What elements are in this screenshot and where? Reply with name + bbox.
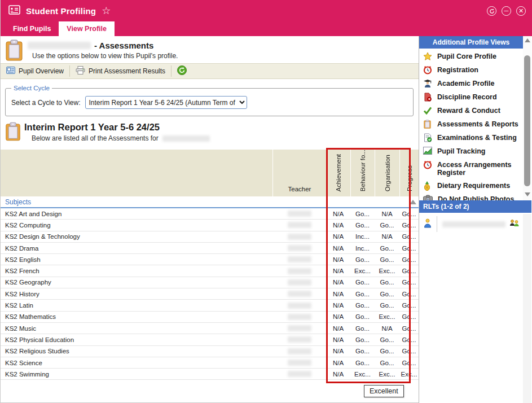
star-icon: [423, 52, 432, 61]
sidebar-item-pupil-core-profile[interactable]: Pupil Core Profile: [419, 50, 523, 63]
assessment-value-cell: Go...: [399, 291, 419, 297]
teacher-cell: [272, 268, 326, 274]
table-row[interactable]: KS2 EnglishN/AGo...Go...Go...: [1, 254, 419, 265]
assessment-value-cell: N/A: [326, 325, 350, 332]
favourite-star-icon[interactable]: ☆: [102, 6, 111, 16]
sidebar-item-reward-conduct[interactable]: Reward & Conduct: [419, 104, 523, 117]
assessment-value-cell: Go...: [399, 211, 419, 217]
table-row[interactable]: KS2 Art and DesignN/AGo...N/AGo...: [1, 208, 419, 220]
assessment-value-cell: Go...: [399, 348, 419, 354]
redacted-teacher-code: [288, 279, 311, 286]
table-row[interactable]: KS2 Design & TechnologyN/AInc...N/AGo...: [1, 231, 419, 243]
rlts-header: RLTs (1-2 of 2): [419, 200, 531, 213]
sidebar-item-registration[interactable]: Registration: [419, 63, 523, 77]
sidebar-item-access-arrangements-register[interactable]: Access Arrangements Register: [419, 158, 523, 179]
table-scroll-up-icon[interactable]: [410, 200, 416, 204]
table-row[interactable]: KS2 ScienceN/AGo...Go...Go...: [1, 357, 419, 369]
redacted-teacher-code: [288, 245, 311, 251]
rlt-list-item[interactable]: [419, 214, 531, 234]
subject-cell: KS2 Computing: [1, 222, 272, 229]
sidebar-item-dietary-requirements[interactable]: Dietary Requirements: [419, 179, 523, 192]
table-row[interactable]: KS2 ComputingN/AGo...Go...Go...: [1, 220, 419, 231]
assessment-value-cell: N/A: [326, 268, 350, 274]
sidebar-item-label: Examinations & Testing: [437, 133, 517, 142]
sidebar-scrollbar[interactable]: [523, 36, 531, 200]
subject-cell: KS2 Physical Education: [1, 336, 272, 343]
teacher-cell: [272, 360, 326, 366]
table-row[interactable]: KS2 HistoryN/AGo...Go...Go...: [1, 288, 419, 300]
sidebar-item-examinations-testing[interactable]: Examinations & Testing: [419, 131, 523, 144]
sidebar-item-label: Reward & Conduct: [437, 106, 500, 115]
print-assessment-results-button[interactable]: Print Assessment Results: [70, 64, 171, 78]
scroll-down-icon[interactable]: [525, 192, 530, 196]
table-row[interactable]: KS2 GeographyN/AGo...Go...Go...: [1, 277, 419, 288]
assessment-table: Teacher AchievementBehaviour fo...Organi…: [1, 150, 419, 380]
pupil-overview-button[interactable]: Pupil Overview: [1, 64, 69, 78]
redacted-teacher-code: [288, 303, 311, 309]
table-row[interactable]: KS2 SwimmingN/AExc...Exc...Exc...: [1, 369, 419, 380]
sidebar-item-label: Dietary Requirements: [437, 181, 510, 190]
refresh-results-button[interactable]: [172, 64, 192, 78]
assessment-value-cell: N/A: [326, 371, 350, 378]
teacher-cell: [272, 303, 326, 309]
sidebar-item-assessments-reports[interactable]: Assessments & Reports: [419, 117, 523, 131]
clipboard-icon: [5, 122, 21, 143]
assessment-value-cell: N/A: [326, 245, 350, 252]
table-row[interactable]: KS2 MathematicsN/AGo...Exc...Go...: [1, 312, 419, 323]
assessment-value-cell: Exc...: [375, 268, 399, 274]
assessment-value-cell: N/A: [326, 313, 350, 320]
clipboard-icon: [5, 40, 23, 63]
cycle-select[interactable]: Interim Report 1 Year 5-6 24/25 (Autumn …: [85, 96, 247, 109]
subject-cell: KS2 Art and Design: [1, 211, 272, 217]
table-row[interactable]: KS2 Religious StudiesN/AGo...Go...Go...: [1, 346, 419, 357]
close-window-icon[interactable]: ✕: [516, 6, 526, 16]
redacted-teacher-code: [288, 222, 311, 228]
assessment-column-header: Progress: [399, 150, 419, 196]
select-cycle-fieldset: Select Cycle Select a Cycle to View: Int…: [5, 85, 414, 116]
tab-view-profile[interactable]: View Profile: [59, 21, 115, 36]
assessment-value-cell: N/A: [326, 291, 350, 297]
assessment-value-cell: Go...: [350, 325, 375, 332]
subject-cell: KS2 Design & Technology: [1, 233, 272, 240]
sidebar-item-pupil-tracking[interactable]: Pupil Tracking: [419, 144, 523, 158]
table-row[interactable]: KS2 LatinN/AGo...Go...Go...: [1, 300, 419, 311]
subjects-label-row: Subjects: [1, 196, 419, 208]
redacted-teacher-code: [288, 234, 311, 240]
teacher-cell: [272, 325, 326, 331]
table-row[interactable]: KS2 MusicN/AGo...N/AGo...: [1, 323, 419, 334]
sidebar-item-discipline-record[interactable]: Discipline Record: [419, 90, 523, 104]
refresh-window-icon[interactable]: [487, 6, 496, 16]
assessment-value-cell: Go...: [399, 302, 419, 309]
table-row[interactable]: KS2 Physical EducationN/AGo...Go...Go...: [1, 334, 419, 345]
redacted-pupil-name: [162, 135, 210, 142]
sidebar-header: Additional Profile Views: [419, 36, 523, 49]
sidebar-item-label: Assessments & Reports: [437, 120, 518, 128]
assessment-value-cell: Go...: [399, 256, 419, 263]
assessment-value-cell: Go...: [375, 222, 399, 229]
table-header: Teacher AchievementBehaviour fo...Organi…: [1, 150, 419, 196]
minimize-window-icon[interactable]: ─: [502, 6, 511, 16]
assessment-value-cell: Go...: [399, 233, 419, 240]
id-card-icon: [8, 5, 20, 17]
table-row[interactable]: KS2 DramaN/AInc...Go...Go...: [1, 243, 419, 254]
assessment-value-cell: Go...: [350, 211, 375, 217]
tab-find-pupils[interactable]: Find Pupils: [5, 21, 59, 36]
sidebar-item-academic-profile[interactable]: Academic Profile: [419, 77, 523, 90]
table-row[interactable]: KS2 FrenchN/AExc...Exc...Go...: [1, 265, 419, 277]
subject-cell: KS2 Swimming: [1, 371, 272, 378]
sidebar-scroll-track[interactable]: [523, 214, 531, 403]
student-profiling-window: Student Profiling ☆ ─ ✕ Find Pupils View…: [0, 0, 532, 403]
sidebar-item-label: Pupil Core Profile: [437, 52, 496, 60]
teacher-column-header: Teacher: [272, 150, 326, 196]
sidebar-item-label: Access Arrangements Register: [437, 160, 523, 177]
teacher-cell: [272, 314, 326, 320]
select-cycle-label: Select a Cycle to View:: [11, 99, 81, 107]
scroll-up-icon[interactable]: [525, 38, 530, 42]
green-check-icon: [423, 106, 432, 115]
sidebar-item-label: Pupil Tracking: [437, 147, 485, 155]
alarm-clock-icon: [423, 160, 432, 169]
assessment-value-cell: Go...: [375, 348, 399, 354]
scrollbar-thumb[interactable]: [524, 55, 530, 186]
select-cycle-legend: Select Cycle: [11, 85, 52, 91]
subject-cell: KS2 Geography: [1, 279, 272, 286]
